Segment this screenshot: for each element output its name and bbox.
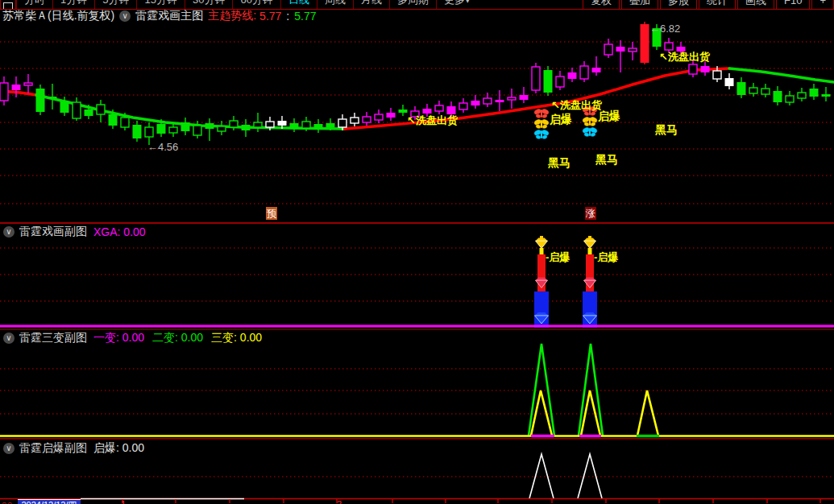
- chevron-down-icon[interactable]: ∨: [3, 226, 15, 238]
- nav-circles-icon[interactable]: ○○: [2, 499, 13, 504]
- toolbar-button-统计[interactable]: 统计: [699, 0, 736, 10]
- annotation-label: ←4.56: [147, 141, 178, 153]
- candle-body: [423, 109, 432, 114]
- gem-icon: [584, 278, 596, 288]
- toolbar-button-复权[interactable]: 复权: [583, 0, 620, 10]
- candle-body: [218, 126, 226, 131]
- annotation-label: -启爆: [594, 251, 619, 263]
- candle-body: [508, 97, 516, 100]
- candle-body: [496, 100, 504, 102]
- sub2-panel-header: ∨ 雷霆三变副图 一变: 0.00二变: 0.00三变: 0.00: [3, 332, 270, 345]
- candle-body: [290, 123, 299, 129]
- period-tab-更多▾[interactable]: 更多▾: [436, 0, 478, 9]
- gem-icon: [536, 238, 548, 249]
- candle-body: [483, 98, 492, 104]
- candle-body: [435, 105, 443, 111]
- period-tab-多周期[interactable]: 多周期: [389, 0, 436, 9]
- indicator-value: 一变: 0.00: [93, 331, 144, 344]
- candle-body: [786, 96, 794, 102]
- candle-body: [48, 97, 57, 99]
- period-tab-1分钟[interactable]: 1分钟: [52, 0, 94, 9]
- candle-body: [73, 102, 81, 118]
- butterfly-icon: [582, 116, 599, 127]
- chevron-down-icon[interactable]: ∨: [3, 443, 15, 454]
- trend-separator: :: [286, 10, 289, 23]
- candle-body: [157, 124, 166, 134]
- main-indicator-name[interactable]: 雷霆戏画主图: [135, 9, 203, 23]
- candle-body: [169, 127, 177, 133]
- candle-body: [363, 117, 371, 122]
- sub1-indicator-name[interactable]: 雷霆戏画副图: [19, 225, 87, 239]
- period-toolbar: 分时1分钟5分钟15分钟30分钟60分钟日线周线月线多周期更多▾ 复权叠加多股统…: [0, 0, 834, 10]
- spike-base-bar: [637, 435, 659, 437]
- bottom-status-bar: ○○ 2024/12/12/四 12: [0, 499, 834, 504]
- sub3-indicator-name[interactable]: 雷霆启爆副图: [19, 441, 87, 456]
- candle-body: [24, 83, 32, 85]
- toolbar-button-F10[interactable]: F10: [776, 0, 810, 10]
- butterfly-icon: [533, 108, 550, 119]
- spike-base-bar: [531, 435, 554, 437]
- candle-body: [121, 118, 129, 127]
- trading-terminal-window: ←4.56←6.82↖洗盘出货↖洗盘出货↖洗盘出货启爆启爆黑马黑马黑马-启爆-启…: [0, 0, 834, 504]
- candle-body: [665, 43, 673, 50]
- candle-body: [85, 109, 93, 116]
- event-marker-涨: 涨: [585, 207, 596, 220]
- annotation-label: ↖洗盘出货: [407, 114, 458, 126]
- sub2-indicator-name[interactable]: 雷霆三变副图: [19, 331, 87, 345]
- toolbar-button-叠加[interactable]: 叠加: [621, 0, 658, 10]
- annotation-label: ←6.82: [649, 23, 680, 35]
- candle-body: [471, 101, 480, 105]
- candle-body: [810, 89, 819, 97]
- candle-body: [532, 67, 540, 90]
- trend-value-1: 5.77: [259, 10, 281, 23]
- candle-body: [629, 48, 637, 52]
- sub1-values: XGA: 0.00: [93, 225, 154, 238]
- candle-body: [761, 89, 770, 94]
- candle-body: [544, 70, 553, 93]
- candle-body: [12, 85, 21, 90]
- candle-body: [616, 47, 625, 52]
- candle-body: [314, 124, 323, 130]
- candle-body: [351, 118, 359, 123]
- chevron-down-icon[interactable]: ∨: [3, 333, 15, 344]
- toolbar-button-多股[interactable]: 多股: [660, 0, 697, 10]
- period-tab-日线[interactable]: 日线: [280, 0, 317, 9]
- candle-body: [689, 64, 697, 74]
- candle-body: [278, 121, 287, 126]
- candle-body: [399, 109, 408, 113]
- indicator-value: XGA: 0.00: [93, 225, 146, 238]
- period-tab-分时[interactable]: 分时: [16, 0, 52, 9]
- candle-body: [568, 72, 577, 79]
- toolbar-button-画线[interactable]: 画线: [737, 0, 774, 10]
- annotation-label: 黑马: [595, 153, 618, 166]
- candle-body: [749, 88, 757, 93]
- sub3-values: 启爆: 0.00: [93, 441, 152, 456]
- candle-body: [302, 122, 310, 128]
- candle-body: [109, 114, 118, 126]
- period-tab-周线[interactable]: 周线: [317, 0, 353, 9]
- sub2-values: 一变: 0.00二变: 0.00三变: 0.00: [93, 331, 270, 345]
- candle-body: [459, 103, 467, 109]
- period-tab-15分钟[interactable]: 15分钟: [136, 0, 184, 9]
- period-tab-5分钟[interactable]: 5分钟: [94, 0, 136, 9]
- indicator-value: 启爆: 0.00: [93, 441, 144, 454]
- spike-green: [529, 344, 554, 436]
- candle-body: [580, 66, 588, 79]
- period-tab-月线[interactable]: 月线: [353, 0, 389, 9]
- annotation-label: -启爆: [546, 251, 571, 263]
- period-tab-30分钟[interactable]: 30分钟: [185, 0, 232, 9]
- candle-body: [387, 113, 396, 118]
- spike-base-bar: [579, 435, 601, 437]
- candle-body: [737, 82, 746, 95]
- period-tabs: 分时1分钟5分钟15分钟30分钟60分钟日线周线月线多周期更多▾: [16, 0, 477, 9]
- candle-body: [592, 68, 601, 72]
- gem-icon: [536, 278, 548, 288]
- candle-body: [338, 119, 346, 127]
- sub3-panel-header: ∨ 雷霆启爆副图 启爆: 0.00: [3, 442, 152, 455]
- date-axis-label: 2: [337, 499, 342, 504]
- period-tab-60分钟[interactable]: 60分钟: [232, 0, 280, 9]
- chevron-down-icon[interactable]: ∨: [119, 10, 131, 22]
- main-chart-header: 苏常柴Ａ(日线.前复权) ∨ 雷霆戏画主图 主趋势线: 5.77 : 5.77: [2, 10, 317, 23]
- toolbar-button-+[interactable]: +: [811, 0, 834, 10]
- candle-body: [798, 93, 806, 98]
